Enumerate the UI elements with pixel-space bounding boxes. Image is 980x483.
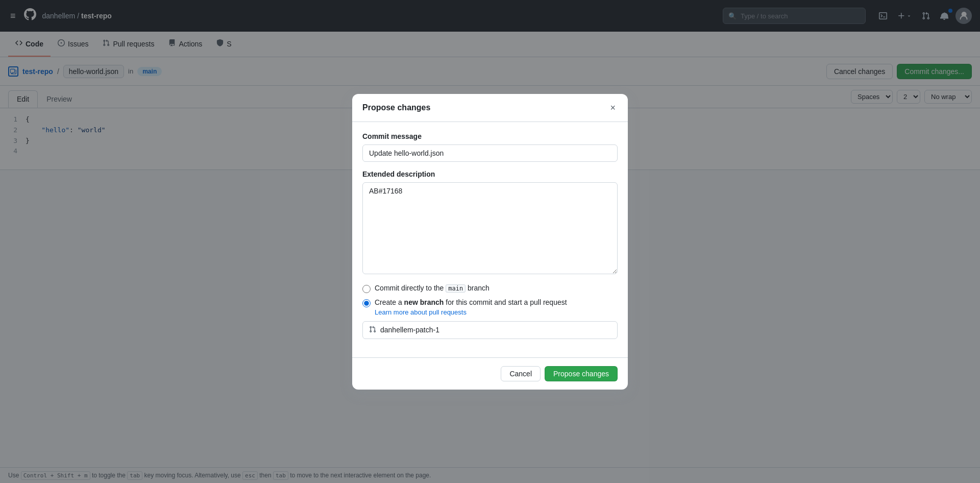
modal-close-button[interactable]: ×: [608, 102, 618, 113]
modal-body: Commit message Extended description AB#1…: [352, 122, 628, 357]
modal-footer: Cancel Propose changes: [352, 357, 628, 390]
radio-new-branch-label[interactable]: Create a new branch for this commit and …: [362, 298, 618, 307]
propose-changes-modal: Propose changes × Commit message Extende…: [352, 94, 628, 390]
radio-direct-input[interactable]: [362, 285, 371, 293]
extended-description-textarea[interactable]: AB#17168: [362, 182, 618, 274]
commit-message-input[interactable]: [362, 144, 618, 162]
commit-message-label: Commit message: [362, 132, 618, 140]
branch-name-mono: main: [446, 284, 465, 293]
radio-direct-option[interactable]: Commit directly to the main branch: [362, 284, 618, 293]
learn-more-link[interactable]: Learn more about pull requests: [375, 308, 618, 316]
radio-new-branch-text: Create a new branch for this commit and …: [375, 298, 567, 306]
branch-icon: [369, 326, 376, 334]
propose-changes-button[interactable]: Propose changes: [545, 366, 618, 381]
new-branch-name-input[interactable]: [380, 326, 611, 334]
cancel-button[interactable]: Cancel: [501, 366, 541, 381]
radio-new-branch-option: Create a new branch for this commit and …: [362, 298, 618, 339]
modal-overlay: Propose changes × Commit message Extende…: [0, 0, 980, 483]
branch-input-group: [362, 321, 618, 339]
commit-message-group: Commit message: [362, 132, 618, 162]
radio-direct-label: Commit directly to the main branch: [375, 284, 489, 292]
extended-description-group: Extended description AB#17168: [362, 170, 618, 276]
modal-header: Propose changes ×: [352, 94, 628, 122]
commit-options: Commit directly to the main branch Creat…: [362, 284, 618, 339]
modal-title: Propose changes: [362, 103, 430, 112]
extended-description-label: Extended description: [362, 170, 618, 178]
radio-new-branch-input[interactable]: [362, 299, 371, 307]
